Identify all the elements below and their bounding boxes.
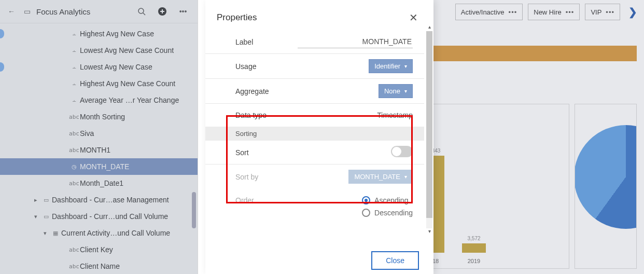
tree-item-label: Siva (80, 129, 192, 138)
datatype-row: Data type Timestamp (205, 104, 424, 127)
bar[interactable]: 3,572 (460, 236, 487, 253)
tree-item[interactable]: abcMonth_Date1 (0, 175, 198, 191)
sortby-value: MONTH_DATE (354, 173, 400, 181)
order-ascending-option[interactable]: Ascending (362, 196, 408, 204)
explorer-sidebar: ← ▭ Focus Analytics ••• Highest Avg New … (0, 0, 198, 274)
tree-item[interactable]: ▸Dashboard - Cur…ase Management (0, 191, 198, 208)
usage-row: Usage Identifier ▾ (205, 54, 424, 79)
tree-item[interactable]: abcMonth Sorting (0, 108, 198, 125)
order-descending-option[interactable]: Descending (362, 209, 413, 217)
tree-item[interactable]: abcSiva (0, 125, 198, 142)
tree-item-label: Month Sorting (80, 113, 192, 121)
filter-chip[interactable]: New Hire••• (528, 4, 580, 20)
tree-item-label: Dashboard - Curr…und Call Volume (52, 212, 192, 221)
pie-chart (575, 125, 637, 229)
filter-chip[interactable]: VIP••• (585, 4, 620, 20)
tree-item-label: Highest Avg New Case Count (80, 79, 192, 88)
tree-item[interactable]: abcMONTH1 (0, 142, 198, 158)
order-row: Order Ascending Descending (205, 189, 424, 222)
tree-item-label: Client Key (80, 245, 192, 254)
tree-item-label: Client Name (80, 262, 192, 270)
tree-item[interactable]: Lowest Avg New Case (0, 59, 198, 75)
sortby-dropdown[interactable]: MONTH_DATE ▾ (348, 170, 413, 184)
sortby-field-label: Sort by (235, 173, 298, 181)
back-icon[interactable]: ← (5, 5, 18, 18)
tree-item[interactable]: Highest Avg New Case Count (0, 75, 198, 92)
sorting-section-header: Sorting (205, 127, 424, 141)
filter-label: VIP (591, 8, 601, 16)
label-row: Label (205, 30, 424, 54)
tree-item-label: Month_Date1 (80, 179, 192, 187)
search-icon[interactable] (135, 5, 148, 18)
sort-field-label: Sort (235, 148, 298, 157)
order-desc-label: Descending (374, 209, 413, 217)
usage-dropdown[interactable]: Identifier ▾ (369, 59, 413, 73)
sort-row: Sort (205, 141, 424, 165)
aggregate-value: None (384, 87, 400, 95)
tree-item-label: MONTH1 (80, 146, 192, 154)
aggregate-row: Aggregate None ▾ (205, 79, 424, 104)
close-icon[interactable]: ✕ (405, 9, 422, 26)
tree-item-label: Lowest Avg New Case (80, 63, 192, 71)
more-icon[interactable]: ••• (177, 5, 189, 18)
aggregate-field-label: Aggregate (235, 87, 298, 95)
chevron-down-icon: ▾ (404, 174, 407, 180)
more-icon[interactable]: ••• (509, 8, 517, 16)
datatype-field-label: Data type (235, 111, 298, 119)
label-input[interactable] (298, 35, 413, 48)
usage-field-label: Usage (235, 62, 298, 71)
svg-point-0 (138, 8, 144, 13)
tree-item[interactable]: Highest Avg New Case (0, 25, 198, 42)
panel-title: Properties (217, 12, 257, 23)
filter-label: Active/Inactive (461, 8, 505, 16)
panel-scrollbar[interactable]: ▴ ▾ (426, 31, 432, 228)
close-button[interactable]: Close (371, 251, 419, 270)
sortby-row: Sort by MONTH_DATE ▾ (205, 165, 424, 189)
tree-item-label: Average Year …r Year Change (80, 96, 192, 104)
tree-item[interactable]: ▾Current Activity…und Call Volume (0, 225, 198, 241)
datatype-value: Timestamp (298, 111, 413, 119)
sort-toggle[interactable] (391, 146, 413, 157)
tree-item-label: Lowest Avg New Case Count (80, 46, 192, 54)
chevron-down-icon: ▾ (404, 88, 407, 94)
tree-item[interactable]: MONTH_DATE (0, 158, 198, 175)
label-field-label: Label (235, 38, 298, 46)
more-icon[interactable]: ••• (566, 8, 575, 16)
usage-value: Identifier (374, 62, 400, 70)
x-tick-label: 2019 (460, 258, 487, 264)
bar-value-label: 3,572 (467, 236, 480, 241)
filter-label: New Hire (534, 8, 561, 16)
field-tree: Highest Avg New CaseLowest Avg New Case … (0, 23, 198, 274)
tree-item-label: Current Activity…und Call Volume (61, 229, 192, 237)
sidebar-title: Focus Analytics (36, 7, 135, 16)
filter-chip[interactable]: Active/Inactive••• (455, 4, 523, 20)
add-icon[interactable] (156, 5, 169, 18)
svg-line-1 (143, 13, 145, 15)
radio-icon (362, 209, 370, 217)
tree-item[interactable]: ▾Dashboard - Curr…und Call Volume (0, 208, 198, 225)
tree-item[interactable]: Lowest Avg New Case Count (0, 42, 198, 59)
pie-chart-card[interactable] (575, 104, 637, 269)
tree-item[interactable]: abcClient Key (0, 241, 198, 258)
sidebar-header: ← ▭ Focus Analytics ••• (0, 0, 198, 23)
more-icon[interactable]: ••• (606, 8, 614, 16)
scrollbar-thumb[interactable] (192, 192, 196, 228)
tree-item[interactable]: Average Year …r Year Change (0, 92, 198, 108)
tree-item-label: Dashboard - Cur…ase Management (52, 196, 192, 204)
order-field-label: Order (235, 196, 298, 204)
tree-item[interactable]: abcClient Name (0, 258, 198, 274)
datasource-icon: ▭ (21, 5, 33, 18)
tree-item-label: Highest Avg New Case (80, 30, 192, 38)
properties-panel: Properties ✕ Label Usage Identifier ▾ Ag… (205, 0, 433, 274)
chevron-down-icon: ▾ (404, 63, 407, 69)
chevron-right-icon[interactable]: ❯ (625, 5, 640, 19)
order-asc-label: Ascending (374, 196, 408, 204)
radio-icon (362, 196, 370, 204)
aggregate-dropdown[interactable]: None ▾ (379, 84, 413, 98)
tree-item-label: MONTH_DATE (80, 162, 192, 171)
